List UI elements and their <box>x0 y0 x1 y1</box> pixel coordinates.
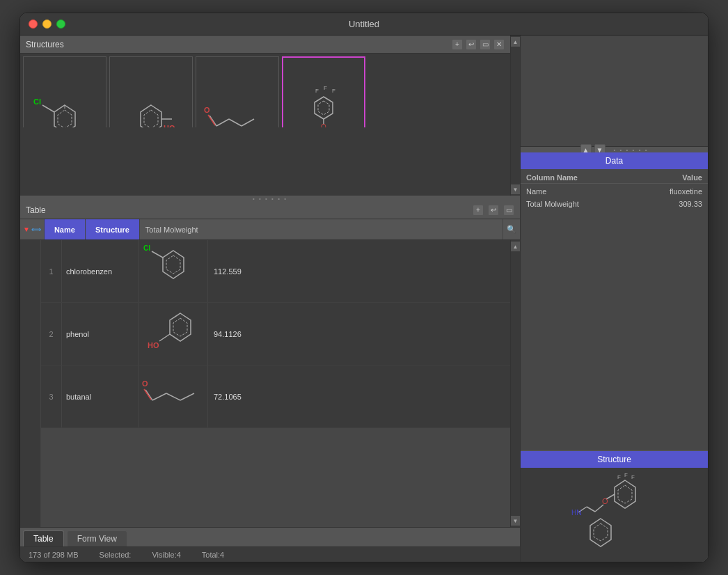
table-row[interactable]: 2 phenol HO 94.1126 <box>41 303 510 365</box>
data-mw-label: Total Molweight <box>526 200 615 208</box>
structures-back-btn[interactable]: ↩ <box>466 39 477 50</box>
svg-text:HO: HO <box>148 341 159 349</box>
table-scrollbar[interactable]: ▲ ▼ <box>510 240 520 527</box>
table-scroll-up[interactable]: ▲ <box>511 242 521 251</box>
svg-text:Cl: Cl <box>33 97 41 106</box>
svg-line-4 <box>42 105 54 112</box>
svg-line-10 <box>216 119 229 126</box>
svg-marker-19 <box>315 97 333 119</box>
svg-marker-34 <box>173 318 187 336</box>
total-status: Total:4 <box>202 551 224 559</box>
table-search-icon[interactable]: 🔍 <box>503 219 520 239</box>
data-col-header: Column Name Value <box>521 172 708 184</box>
structures-area: Structures + ↩ ▭ ✕ <box>20 36 520 196</box>
data-col-name-header: Column Name <box>526 173 615 182</box>
svg-text:HN: HN <box>571 509 581 517</box>
structure-column-header[interactable]: Structure <box>86 219 140 239</box>
svg-line-41 <box>144 389 151 400</box>
svg-text:O: O <box>142 379 148 388</box>
svg-marker-7 <box>144 110 158 127</box>
minimize-button[interactable] <box>42 19 52 29</box>
structure-preview-panel: Structure F F F O <box>521 450 708 562</box>
molecule-card-4[interactable]: F F F O <box>282 56 365 127</box>
svg-line-37 <box>152 393 166 400</box>
data-name-label: Name <box>526 187 615 196</box>
svg-text:F: F <box>624 473 628 478</box>
row-structure-2: HO <box>139 303 208 365</box>
svg-marker-44 <box>618 485 632 503</box>
main-content: Structures + ↩ ▭ ✕ <box>20 36 708 562</box>
svg-line-14 <box>208 115 215 125</box>
close-button[interactable] <box>29 19 38 29</box>
data-panel-header: Data <box>521 152 708 169</box>
structures-close-btn[interactable]: ✕ <box>493 39 505 50</box>
table-expand-btn[interactable]: ▭ <box>503 205 514 216</box>
table-row[interactable]: 1 chlorobenzen Cl 112.559 <box>41 240 510 303</box>
panel-divider[interactable]: • • • • • • <box>20 196 520 201</box>
row-name-1: chlorobenzen <box>62 240 139 302</box>
data-row-mw: Total Molweight 309.33 <box>521 198 708 210</box>
data-name-value: fluoxetine <box>615 187 703 196</box>
scroll-down-arrow[interactable]: ▼ <box>511 184 521 194</box>
tab-bar: Table Form View <box>20 527 520 546</box>
structures-add-btn[interactable]: + <box>452 39 463 50</box>
structure-panel-body: F F F O HN <box>521 468 708 562</box>
mw-column-header: Total Molweight <box>140 219 503 239</box>
svg-text:F: F <box>315 88 319 94</box>
svg-text:F: F <box>324 85 327 91</box>
main-window: Untitled Structures + ↩ ▭ ✕ <box>19 13 709 562</box>
window-title: Untitled <box>349 19 379 29</box>
structures-panel-header: Structures + ↩ ▭ ✕ <box>20 36 510 54</box>
svg-text:O: O <box>602 497 608 505</box>
table-row[interactable]: 3 butanal O <box>41 365 510 428</box>
table-body: 1 chlorobenzen Cl 112.559 <box>20 240 520 527</box>
titlebar: Untitled <box>20 13 708 36</box>
right-panel: ▲ ▼ • • • • • • Data Column Name Value N… <box>520 36 708 562</box>
structure-panel-title: Structure <box>597 455 631 464</box>
table-rows: 1 chlorobenzen Cl 112.559 <box>41 240 510 527</box>
table-panel: Table + ↩ ▭ ▼ ⟺ Name Structure <box>20 201 520 546</box>
left-panel: Structures + ↩ ▭ ✕ <box>20 36 520 562</box>
row-structure-3: O <box>139 365 208 427</box>
data-col-value-header: Value <box>615 173 703 182</box>
structure-panel-header: Structure <box>521 451 708 468</box>
row-name-3: butanal <box>62 365 139 427</box>
fullscreen-button[interactable] <box>56 19 65 29</box>
svg-marker-20 <box>318 101 329 115</box>
status-bar: 173 of 298 MB Selected: Visible:4 Total:… <box>20 546 520 562</box>
data-panel: Data Column Name Value Name fluoxetine T… <box>521 152 708 450</box>
tab-form-view[interactable]: Form View <box>67 530 127 546</box>
structures-title: Structures <box>26 40 452 49</box>
structures-expand-btn[interactable]: ▭ <box>480 39 491 50</box>
table-back-btn[interactable]: ↩ <box>488 205 499 216</box>
scroll-up-arrow[interactable]: ▲ <box>511 37 521 47</box>
table-header-bar: Table + ↩ ▭ <box>20 201 520 219</box>
tab-table[interactable]: Table <box>23 530 64 546</box>
col-header-controls: ▼ ⟺ <box>20 219 45 239</box>
svg-line-35 <box>159 334 170 341</box>
structures-content: Structures + ↩ ▭ ✕ <box>20 36 510 196</box>
row-num-3: 3 <box>41 365 62 427</box>
table-add-btn[interactable]: + <box>473 205 484 216</box>
structures-scrollbar[interactable]: ▲ ▼ <box>510 36 520 196</box>
svg-text:F: F <box>617 474 621 480</box>
svg-line-31 <box>152 251 163 258</box>
sort-icon: ▼ <box>23 226 30 233</box>
row-mw-1: 112.559 <box>208 240 510 302</box>
molecule-card-3[interactable]: O <box>196 56 279 127</box>
data-panel-title: Data <box>606 156 623 166</box>
molecule-card-1[interactable]: Cl <box>23 56 106 127</box>
selected-status: Selected: <box>100 551 132 559</box>
name-column-header[interactable]: Name <box>45 219 86 239</box>
table-title: Table <box>26 205 468 215</box>
molecule-card-2[interactable]: HO <box>109 56 193 127</box>
memory-status: 173 of 298 MB <box>29 551 79 559</box>
table-scroll-down[interactable]: ▼ <box>511 516 521 526</box>
row-nums-col <box>20 240 41 527</box>
svg-line-12 <box>242 119 254 126</box>
visible-status: Visible:4 <box>152 551 180 559</box>
traffic-lights <box>29 19 65 29</box>
svg-line-51 <box>587 507 595 512</box>
svg-marker-55 <box>594 523 608 541</box>
right-divider[interactable]: ▲ ▼ • • • • • • <box>521 147 708 152</box>
